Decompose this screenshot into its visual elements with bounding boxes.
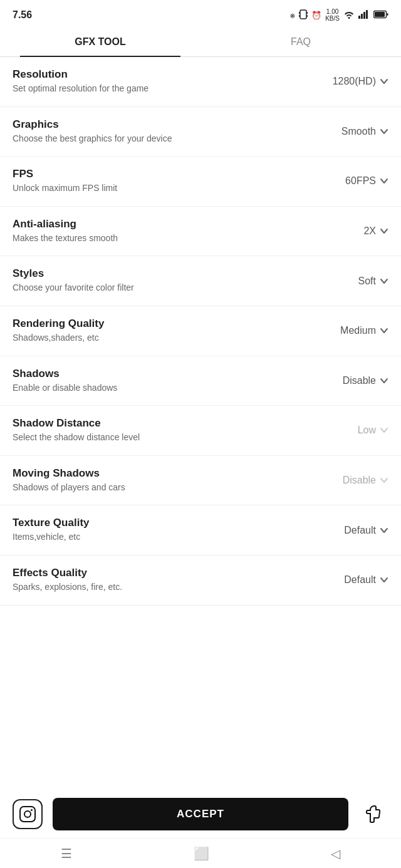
setting-control-fps[interactable]: 60FPS	[301, 175, 388, 187]
back-nav-icon[interactable]: ◁	[331, 846, 340, 861]
setting-title-fps: FPS	[13, 168, 294, 180]
setting-row-shadow-distance[interactable]: Shadow DistanceSelect the shadow distanc…	[0, 406, 401, 456]
setting-control-anti-aliasing[interactable]: 2X	[301, 225, 388, 237]
accept-button[interactable]: ACCEPT	[53, 798, 348, 830]
setting-title-shadows: Shadows	[13, 368, 294, 380]
svg-point-14	[31, 809, 33, 811]
setting-desc-shadows: Enable or disable shadows	[13, 382, 294, 395]
setting-value-resolution: 1280(HD)	[333, 76, 376, 87]
setting-info-moving-shadows: Moving ShadowsShadows of players and car…	[13, 467, 301, 494]
settings-list: ResolutionSet optimal resolution for the…	[0, 57, 401, 668]
setting-value-anti-aliasing: 2X	[363, 225, 376, 237]
chevron-icon-resolution	[380, 77, 388, 86]
setting-title-moving-shadows: Moving Shadows	[13, 467, 294, 480]
setting-title-graphics: Graphics	[13, 118, 294, 131]
setting-desc-effects-quality: Sparks, explosions, fire, etc.	[13, 581, 294, 594]
svg-rect-7	[363, 12, 365, 19]
chevron-icon-texture-quality	[380, 526, 388, 535]
setting-control-texture-quality[interactable]: Default	[301, 525, 388, 536]
instagram-button[interactable]	[13, 799, 43, 829]
chevron-icon-anti-aliasing	[380, 227, 388, 235]
status-time: 7.56	[13, 9, 32, 21]
status-bar: 7.56 ⎈ ⏰ 1.00KB/S	[0, 0, 401, 28]
chevron-icon-styles	[380, 277, 388, 286]
svg-rect-8	[366, 10, 368, 19]
setting-row-shadows[interactable]: ShadowsEnable or disable shadowsDisable	[0, 356, 401, 406]
setting-desc-texture-quality: Items,vehicle, etc	[13, 531, 294, 544]
setting-info-anti-aliasing: Anti-aliasingMakes the textures smooth	[13, 218, 301, 245]
setting-desc-resolution: Set optimal resolution for the game	[13, 83, 294, 95]
svg-rect-5	[358, 16, 360, 19]
chevron-icon-shadow-distance	[380, 426, 388, 435]
like-button[interactable]	[358, 799, 388, 829]
speed-indicator: 1.00KB/S	[325, 8, 340, 22]
setting-row-rendering-quality[interactable]: Rendering QualityShadows,shaders, etcMed…	[0, 306, 401, 356]
setting-info-graphics: GraphicsChoose the best graphics for you…	[13, 118, 301, 145]
setting-row-fps[interactable]: FPSUnlock maximum FPS limit60FPS	[0, 157, 401, 207]
setting-info-texture-quality: Texture QualityItems,vehicle, etc	[13, 517, 301, 544]
setting-control-effects-quality[interactable]: Default	[301, 574, 388, 586]
setting-desc-shadow-distance: Select the shadow distance level	[13, 431, 294, 444]
setting-desc-graphics: Choose the best graphics for your device	[13, 133, 294, 145]
setting-desc-rendering-quality: Shadows,shaders, etc	[13, 332, 294, 344]
tab-faq[interactable]: FAQ	[200, 28, 401, 56]
setting-row-effects-quality[interactable]: Effects QualitySparks, explosions, fire,…	[0, 555, 401, 606]
setting-control-moving-shadows[interactable]: Disable	[301, 475, 388, 486]
setting-value-styles: Soft	[358, 276, 376, 287]
setting-control-shadow-distance[interactable]: Low	[301, 425, 388, 436]
svg-rect-0	[300, 10, 306, 19]
chevron-icon-graphics	[380, 127, 388, 136]
setting-info-shadows: ShadowsEnable or disable shadows	[13, 368, 301, 395]
chevron-icon-shadows	[380, 376, 388, 385]
setting-title-anti-aliasing: Anti-aliasing	[13, 218, 294, 230]
chevron-icon-fps	[380, 177, 388, 185]
svg-rect-10	[387, 13, 388, 16]
battery-icon	[373, 10, 388, 21]
bottom-bar: ACCEPT	[0, 790, 401, 838]
svg-point-13	[24, 811, 31, 817]
chevron-icon-rendering-quality	[380, 326, 388, 335]
setting-desc-styles: Choose your favorite color filter	[13, 282, 294, 294]
setting-value-texture-quality: Default	[344, 525, 376, 536]
alarm-icon: ⏰	[311, 11, 321, 20]
setting-desc-anti-aliasing: Makes the textures smooth	[13, 232, 294, 245]
setting-control-shadows[interactable]: Disable	[301, 375, 388, 386]
setting-control-graphics[interactable]: Smooth	[301, 126, 388, 137]
setting-info-rendering-quality: Rendering QualityShadows,shaders, etc	[13, 318, 301, 344]
setting-row-moving-shadows[interactable]: Moving ShadowsShadows of players and car…	[0, 456, 401, 506]
menu-nav-icon[interactable]: ☰	[61, 846, 72, 861]
setting-row-anti-aliasing[interactable]: Anti-aliasingMakes the textures smooth2X	[0, 207, 401, 257]
tab-gfx-tool[interactable]: GFX TOOL	[0, 28, 200, 56]
signal-icon	[358, 10, 370, 21]
setting-info-resolution: ResolutionSet optimal resolution for the…	[13, 68, 301, 95]
setting-desc-moving-shadows: Shadows of players and cars	[13, 482, 294, 494]
setting-row-resolution[interactable]: ResolutionSet optimal resolution for the…	[0, 57, 401, 107]
setting-control-resolution[interactable]: 1280(HD)	[301, 76, 388, 87]
setting-value-shadow-distance: Low	[358, 425, 376, 436]
setting-title-rendering-quality: Rendering Quality	[13, 318, 294, 330]
home-nav-icon[interactable]: ⬜	[194, 846, 209, 861]
setting-control-rendering-quality[interactable]: Medium	[301, 325, 388, 336]
setting-title-resolution: Resolution	[13, 68, 294, 81]
setting-row-graphics[interactable]: GraphicsChoose the best graphics for you…	[0, 107, 401, 157]
setting-row-styles[interactable]: StylesChoose your favorite color filterS…	[0, 256, 401, 306]
svg-rect-12	[20, 807, 35, 822]
chevron-icon-effects-quality	[380, 576, 388, 584]
setting-title-effects-quality: Effects Quality	[13, 567, 294, 579]
status-icons: ⎈ ⏰ 1.00KB/S	[290, 8, 388, 22]
svg-rect-1	[299, 12, 300, 14]
svg-rect-11	[375, 12, 385, 17]
chevron-icon-moving-shadows	[380, 476, 388, 485]
nav-bar: ☰ ⬜ ◁	[0, 838, 401, 868]
setting-value-fps: 60FPS	[345, 175, 376, 187]
setting-value-rendering-quality: Medium	[340, 325, 376, 336]
setting-row-texture-quality[interactable]: Texture QualityItems,vehicle, etcDefault	[0, 505, 401, 555]
setting-control-styles[interactable]: Soft	[301, 276, 388, 287]
vibrate-icon	[299, 9, 308, 21]
setting-info-fps: FPSUnlock maximum FPS limit	[13, 168, 301, 195]
setting-desc-fps: Unlock maximum FPS limit	[13, 182, 294, 195]
svg-rect-4	[307, 15, 308, 17]
setting-info-shadow-distance: Shadow DistanceSelect the shadow distanc…	[13, 417, 301, 444]
setting-title-styles: Styles	[13, 267, 294, 280]
tabs: GFX TOOL FAQ	[0, 28, 401, 57]
